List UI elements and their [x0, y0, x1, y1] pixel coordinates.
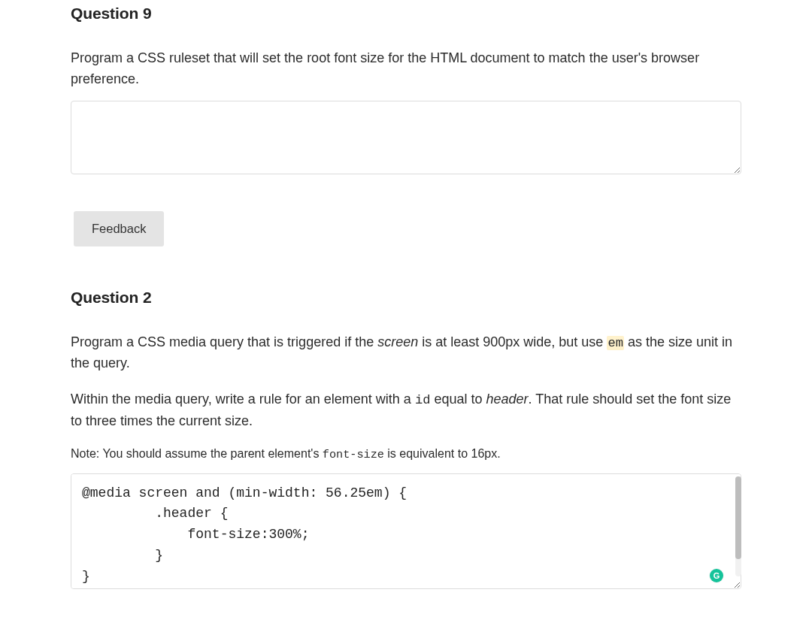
grammarly-icon[interactable]: G: [710, 569, 723, 582]
q2-prompt2-pre: Within the media query, write a rule for…: [71, 392, 415, 407]
q2-prompt1-mid: is at least 900px wide, but use: [418, 334, 607, 349]
question-2-note: Note: You should assume the parent eleme…: [71, 447, 741, 461]
question-2-block: Question 2 Program a CSS media query tha…: [71, 289, 741, 593]
question-2-title: Question 2: [71, 289, 741, 307]
question-2-code-input[interactable]: [71, 473, 741, 589]
feedback-button[interactable]: Feedback: [74, 211, 164, 246]
q2-prompt1-pre: Program a CSS media query that is trigge…: [71, 334, 377, 349]
question-9-prompt: Program a CSS ruleset that will set the …: [71, 48, 741, 90]
q2-id-token: id: [415, 393, 431, 407]
code-area-wrapper: G: [71, 473, 741, 593]
q2-screen-word: screen: [377, 334, 418, 349]
question-2-prompt-2: Within the media query, write a rule for…: [71, 389, 741, 431]
question-9-answer-input[interactable]: [71, 101, 741, 174]
question-9-block: Question 9 Program a CSS ruleset that wi…: [71, 5, 741, 246]
q2-prompt2-mid: equal to: [430, 392, 486, 407]
q2-note-code: font-size: [323, 448, 384, 461]
question-2-prompt-1: Program a CSS media query that is trigge…: [71, 332, 741, 374]
q2-note-pre: Note: You should assume the parent eleme…: [71, 447, 323, 460]
q2-em-token: em: [607, 336, 624, 350]
page-root: Question 9 Program a CSS ruleset that wi…: [0, 0, 812, 644]
question-9-title: Question 9: [71, 5, 741, 23]
q2-note-post: is equivalent to 16px.: [384, 447, 501, 460]
q2-header-word: header: [486, 392, 528, 407]
